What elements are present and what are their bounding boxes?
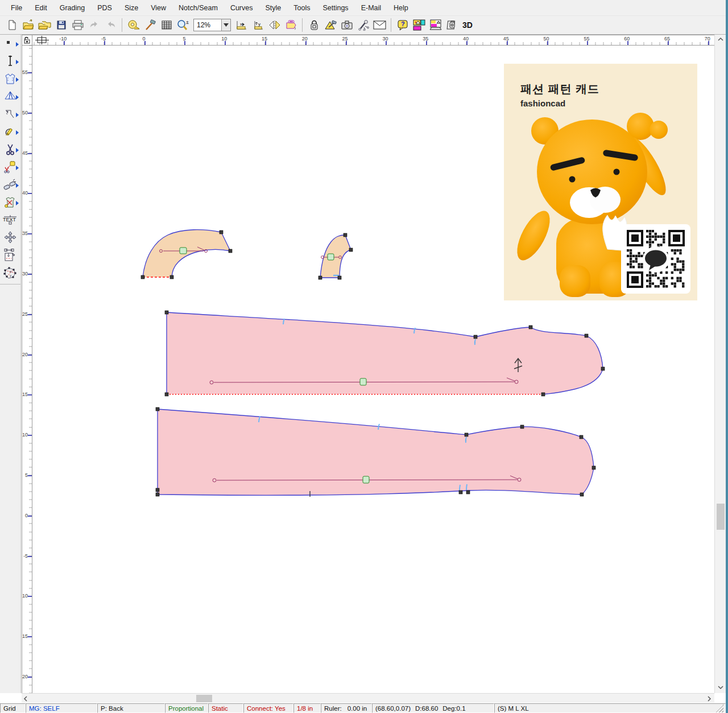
scroll-right-icon[interactable] bbox=[708, 696, 712, 702]
vertical-scrollbar[interactable] bbox=[714, 35, 726, 693]
vertical-scroll-thumb[interactable] bbox=[717, 504, 725, 530]
menu-settings[interactable]: Settings bbox=[316, 2, 354, 14]
page-bounds-icon[interactable] bbox=[35, 36, 49, 45]
ad-title: 패션 패턴 캐드 bbox=[520, 81, 599, 97]
plot-preview-button[interactable] bbox=[427, 17, 444, 33]
adjust-button[interactable] bbox=[142, 17, 158, 33]
resize-grip[interactable] bbox=[715, 704, 723, 712]
mirror-button[interactable] bbox=[283, 17, 299, 33]
v-ruler-label: 0 bbox=[25, 512, 28, 518]
move-tool[interactable] bbox=[1, 229, 20, 246]
grade-points-tool[interactable]: xy bbox=[1, 264, 20, 282]
chevron-down-icon[interactable] bbox=[221, 19, 230, 31]
menu-help[interactable]: Help bbox=[387, 2, 415, 14]
lock-button[interactable] bbox=[305, 17, 322, 33]
table-button[interactable] bbox=[158, 17, 175, 33]
pattern-piece-pant-upper[interactable] bbox=[165, 311, 605, 396]
v-ruler[interactable]: 5550454035302520151050-5-10-15-20 bbox=[22, 46, 32, 693]
menu-tools[interactable]: Tools bbox=[287, 2, 316, 14]
pencil-curve-tool[interactable] bbox=[1, 123, 20, 141]
text-tool[interactable]: TEXT bbox=[1, 211, 20, 229]
grain-handle[interactable] bbox=[180, 248, 187, 254]
copy-measure-tool[interactable] bbox=[1, 246, 20, 264]
zoom-button[interactable]: ± bbox=[175, 17, 191, 33]
scissors-tool[interactable] bbox=[1, 141, 20, 158]
zoom-value: 12% bbox=[194, 21, 221, 29]
view-3d-button[interactable]: 3D bbox=[462, 20, 473, 30]
plot-button[interactable] bbox=[411, 17, 427, 33]
grain-handle[interactable] bbox=[328, 254, 334, 260]
save-button[interactable] bbox=[53, 17, 69, 33]
digitize-button[interactable] bbox=[355, 17, 371, 33]
menu-curves[interactable]: Curves bbox=[224, 2, 259, 14]
status-connect: Connect: Yes bbox=[243, 703, 293, 713]
flare-tool[interactable] bbox=[1, 88, 20, 105]
redo-icon bbox=[105, 19, 117, 31]
h-ruler-label: 30 bbox=[382, 36, 388, 42]
cut-button[interactable] bbox=[444, 17, 460, 33]
v-ruler-tick bbox=[28, 314, 32, 315]
measure-line-tool[interactable] bbox=[1, 52, 20, 70]
scroll-up-icon[interactable] bbox=[718, 37, 723, 41]
ruler-lock[interactable] bbox=[22, 35, 32, 46]
menu-file[interactable]: File bbox=[5, 2, 28, 14]
probe-icon bbox=[357, 19, 370, 31]
flip-button[interactable] bbox=[266, 17, 283, 33]
menu-pds[interactable]: PDS bbox=[91, 2, 118, 14]
open-button[interactable] bbox=[20, 17, 36, 33]
menu-size[interactable]: Size bbox=[118, 2, 144, 14]
horizontal-scroll-thumb[interactable] bbox=[196, 695, 212, 702]
menu-grading[interactable]: Grading bbox=[53, 2, 91, 14]
menu-notch-seam[interactable]: Notch/Seam bbox=[172, 2, 224, 14]
h-ruler-label: -5 bbox=[101, 36, 106, 42]
print-button[interactable] bbox=[69, 17, 86, 33]
pattern-piece-waistband-left[interactable] bbox=[141, 230, 232, 279]
horizontal-scrollbar[interactable] bbox=[22, 693, 714, 703]
measure-button[interactable] bbox=[125, 17, 142, 33]
new-document-button[interactable] bbox=[3, 17, 20, 33]
h-ruler-tick bbox=[547, 41, 548, 45]
grain-handle[interactable] bbox=[363, 476, 369, 483]
zoom-select[interactable]: 12% bbox=[193, 19, 231, 31]
text-tool-label: TEXT bbox=[3, 217, 16, 222]
move-y-button[interactable]: y bbox=[250, 17, 266, 33]
pattern-piece-pant-lower[interactable] bbox=[156, 407, 595, 497]
menu-style[interactable]: Style bbox=[259, 2, 287, 14]
v-ruler-label: 5 bbox=[25, 472, 28, 478]
menu-view[interactable]: View bbox=[144, 2, 172, 14]
flyout-arrow-icon bbox=[16, 148, 19, 153]
menu-edit[interactable]: Edit bbox=[28, 2, 53, 14]
help-button[interactable]: ? bbox=[394, 17, 411, 33]
flyout-arrow-icon bbox=[16, 183, 19, 188]
chain-link-tool[interactable] bbox=[1, 176, 20, 193]
repair-button[interactable] bbox=[322, 17, 338, 33]
point-select-tool[interactable] bbox=[1, 35, 20, 52]
snapshot-button[interactable] bbox=[338, 17, 355, 33]
h-ruler[interactable]: -10-50510152025303540455055606570 bbox=[32, 35, 714, 46]
open-multiple-icon bbox=[38, 19, 52, 31]
h-ruler-tick bbox=[346, 41, 347, 45]
v-ruler-label: -10 bbox=[22, 593, 28, 599]
grain-handle[interactable] bbox=[360, 378, 366, 385]
h-ruler-tick bbox=[64, 41, 65, 45]
pattern-piece-waistband-right[interactable] bbox=[318, 233, 353, 279]
undo-button[interactable] bbox=[86, 17, 102, 33]
drawing-canvas[interactable]: 패션 패턴 캐드 fashioncad bbox=[32, 46, 714, 693]
scroll-left-icon[interactable] bbox=[23, 696, 27, 702]
v-ruler-tick bbox=[28, 193, 32, 194]
menu-email[interactable]: E-Mail bbox=[355, 2, 387, 14]
email-button[interactable] bbox=[371, 17, 388, 33]
plotter-icon bbox=[412, 19, 426, 31]
v-ruler-label: 45 bbox=[22, 150, 28, 155]
cut-measure-tool[interactable] bbox=[1, 158, 20, 176]
pattern-piece-tool[interactable] bbox=[1, 70, 20, 88]
open-multiple-button[interactable] bbox=[36, 17, 53, 33]
marker-tool[interactable] bbox=[1, 105, 20, 123]
h-ruler-tick bbox=[104, 41, 105, 45]
toolbar-separator bbox=[302, 18, 303, 32]
move-x-button[interactable]: x bbox=[233, 17, 250, 33]
redo-button[interactable] bbox=[102, 17, 119, 33]
shirt-cut-tool[interactable] bbox=[1, 193, 20, 211]
scroll-down-icon[interactable] bbox=[718, 686, 723, 690]
status-static: Static bbox=[208, 703, 243, 713]
